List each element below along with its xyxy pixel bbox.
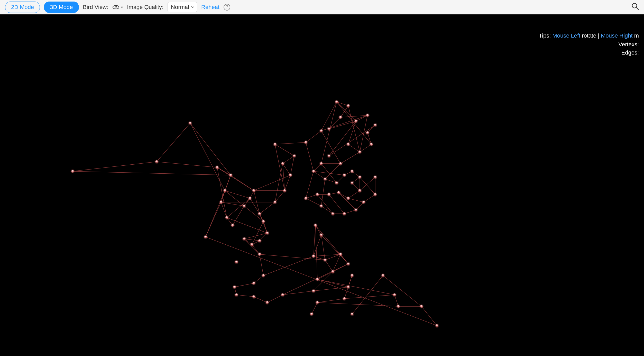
toolbar: 2D Mode 3D Mode Bird View: ▾ Image Quali… xyxy=(0,0,644,14)
tips-line: Tips: Mouse Left rotate | Mouse Right m xyxy=(539,32,639,39)
svg-point-233 xyxy=(374,124,376,126)
svg-line-42 xyxy=(306,131,321,143)
svg-line-127 xyxy=(206,237,437,326)
svg-line-74 xyxy=(306,198,321,206)
svg-line-105 xyxy=(316,225,348,264)
svg-line-140 xyxy=(225,191,244,206)
svg-point-329 xyxy=(393,293,396,296)
3d-mode-button[interactable]: 3D Mode xyxy=(44,2,79,13)
tips-panel: Tips: Mouse Left rotate | Mouse Right m … xyxy=(539,32,639,58)
svg-line-108 xyxy=(235,283,254,287)
svg-line-69 xyxy=(348,191,360,198)
svg-point-335 xyxy=(436,324,438,327)
svg-line-128 xyxy=(317,279,394,295)
svg-line-79 xyxy=(364,194,375,202)
svg-line-36 xyxy=(275,191,285,202)
svg-line-135 xyxy=(275,164,283,202)
svg-line-110 xyxy=(236,295,254,297)
svg-point-215 xyxy=(347,104,349,107)
svg-point-161 xyxy=(71,170,74,173)
svg-line-86 xyxy=(329,194,344,214)
svg-point-209 xyxy=(305,141,307,144)
svg-point-239 xyxy=(320,162,323,165)
bird-view-chevron: ▾ xyxy=(121,5,123,9)
svg-line-9 xyxy=(190,123,231,175)
svg-point-255 xyxy=(358,189,361,192)
svg-point-241 xyxy=(312,170,315,173)
svg-point-337 xyxy=(204,236,207,238)
svg-point-169 xyxy=(229,174,232,176)
bird-view-label: Bird View: xyxy=(83,4,108,11)
search-button[interactable] xyxy=(631,2,639,12)
svg-line-59 xyxy=(341,152,360,164)
svg-line-24 xyxy=(250,198,260,214)
svg-line-37 xyxy=(285,175,291,191)
svg-line-139 xyxy=(221,175,231,202)
svg-line-114 xyxy=(314,287,348,291)
svg-line-133 xyxy=(206,191,225,237)
separator: | xyxy=(598,32,599,39)
svg-line-111 xyxy=(254,297,268,303)
svg-point-229 xyxy=(370,143,373,146)
svg-line-38 xyxy=(283,164,290,175)
svg-line-16 xyxy=(225,191,250,198)
svg-line-85 xyxy=(317,194,333,214)
svg-point-171 xyxy=(224,189,226,192)
svg-line-14 xyxy=(231,175,254,191)
svg-point-235 xyxy=(328,155,330,157)
svg-point-199 xyxy=(283,189,286,192)
svg-point-265 xyxy=(305,197,307,200)
bird-view-button[interactable]: ▾ xyxy=(112,5,123,10)
edges-label: Edges: xyxy=(621,49,639,56)
edges-row: Edges: xyxy=(539,49,639,56)
search-icon xyxy=(631,2,639,10)
svg-point-297 xyxy=(258,253,261,256)
svg-point-283 xyxy=(320,234,323,236)
svg-point-275 xyxy=(362,201,365,203)
image-quality-select[interactable]: Low Normal High xyxy=(168,2,197,12)
svg-point-319 xyxy=(343,297,346,300)
svg-point-249 xyxy=(351,170,353,173)
svg-line-41 xyxy=(275,143,306,145)
svg-point-303 xyxy=(233,286,236,288)
svg-point-293 xyxy=(332,270,334,273)
move-text: m xyxy=(634,32,639,39)
svg-point-271 xyxy=(343,212,346,215)
svg-line-40 xyxy=(275,144,294,156)
svg-point-211 xyxy=(320,130,323,132)
svg-point-307 xyxy=(253,296,255,298)
svg-line-158 xyxy=(325,260,333,272)
svg-point-197 xyxy=(274,201,276,203)
svg-point-177 xyxy=(231,224,234,227)
svg-point-321 xyxy=(316,301,319,304)
svg-point-289 xyxy=(339,253,342,256)
svg-line-7 xyxy=(157,162,217,168)
svg-line-92 xyxy=(254,175,291,191)
svg-point-261 xyxy=(328,193,330,196)
svg-point-173 xyxy=(220,201,222,203)
svg-point-253 xyxy=(358,176,361,179)
svg-line-152 xyxy=(306,143,314,172)
svg-point-299 xyxy=(262,274,265,277)
svg-point-195 xyxy=(243,238,245,240)
svg-line-91 xyxy=(275,144,285,191)
svg-point-175 xyxy=(226,216,228,219)
svg-point-327 xyxy=(382,274,384,277)
svg-point-187 xyxy=(262,220,265,223)
svg-point-333 xyxy=(420,305,423,308)
svg-point-227 xyxy=(358,151,361,153)
svg-point-331 xyxy=(397,305,400,308)
svg-point-257 xyxy=(347,197,349,200)
help-icon[interactable]: ? xyxy=(224,4,230,11)
reheat-button[interactable]: Reheat xyxy=(201,4,219,11)
svg-line-130 xyxy=(317,302,398,306)
svg-line-149 xyxy=(337,102,371,144)
svg-point-277 xyxy=(374,193,376,196)
svg-point-269 xyxy=(332,212,334,215)
svg-line-58 xyxy=(341,115,367,118)
svg-point-325 xyxy=(351,313,353,315)
2d-mode-button[interactable]: 2D Mode xyxy=(5,2,40,13)
svg-line-93 xyxy=(260,202,275,214)
graph-canvas[interactable]: Tips: Mouse Left rotate | Mouse Right m … xyxy=(0,14,644,356)
svg-line-116 xyxy=(314,272,333,291)
